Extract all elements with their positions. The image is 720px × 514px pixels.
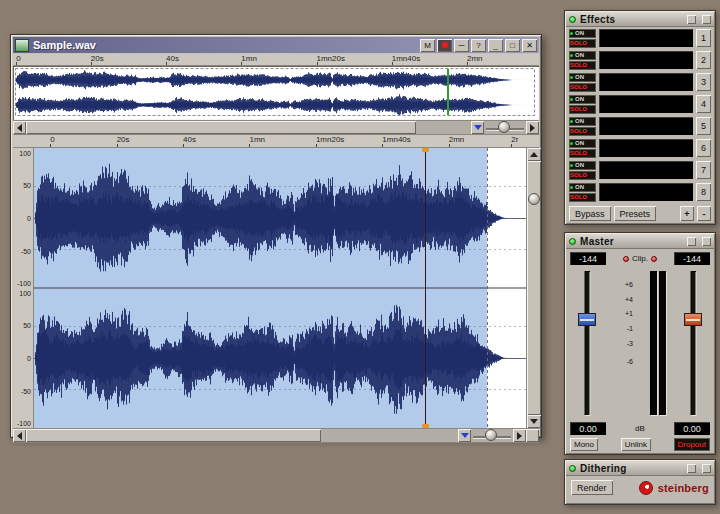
effect-on-button[interactable]: ON (569, 51, 596, 60)
effect-display[interactable] (599, 95, 693, 113)
vertical-scrollbar[interactable] (526, 148, 541, 428)
bypass-button[interactable]: Bypass (569, 206, 611, 221)
master-power-led[interactable] (569, 238, 576, 245)
timeline-ruler[interactable]: 020s40s1mn1mn20s1mn40s2mn2r (33, 135, 525, 148)
left-fader-track[interactable] (585, 271, 590, 415)
overview-waveform[interactable] (14, 67, 536, 117)
dithering-header[interactable]: Dithering (566, 461, 714, 476)
overview-zoom-knob[interactable] (498, 121, 510, 133)
ruler-tick-mark (16, 62, 17, 65)
titlebar[interactable]: Sample.wav M ─ ? _ □ ✕ (13, 37, 539, 53)
m-button[interactable]: M (420, 39, 435, 52)
effect-on-button[interactable]: ON (569, 29, 596, 38)
right-fader-track[interactable] (691, 271, 696, 415)
overview-scroll-thumb[interactable] (26, 121, 416, 134)
meter-scale-label: -3 (627, 340, 633, 347)
minimize-button[interactable]: _ (488, 39, 503, 52)
effect-display[interactable] (599, 161, 693, 179)
overview-scroll-left-button[interactable] (13, 121, 26, 134)
overview-zoom-slider[interactable] (484, 121, 526, 134)
effects-power-led[interactable] (569, 16, 576, 23)
dithering-title: Dithering (580, 463, 681, 474)
effects-collapse-button[interactable] (687, 15, 696, 24)
resize-corner[interactable] (526, 429, 539, 442)
dropout-button[interactable]: Dropout (674, 438, 710, 451)
effect-on-button[interactable]: ON (569, 183, 596, 192)
effect-display[interactable] (599, 139, 693, 157)
master-menu-button[interactable] (702, 237, 711, 246)
effect-number-button[interactable]: 6 (696, 139, 711, 157)
gain-row: 0.00 dB 0.00 (566, 419, 714, 435)
right-meter-bar (659, 271, 666, 415)
amplitude-tick-label: -50 (21, 248, 31, 255)
effect-number-button[interactable]: 7 (696, 161, 711, 179)
dithering-power-led[interactable] (569, 465, 576, 472)
master-collapse-button[interactable] (687, 237, 696, 246)
effect-solo-button[interactable]: SOLO (569, 39, 596, 48)
effect-on-button[interactable]: ON (569, 161, 596, 170)
ruler-tick-mark (316, 144, 317, 147)
effect-number-button[interactable]: 4 (696, 95, 711, 113)
horizontal-zoom-slider[interactable] (471, 429, 513, 442)
clip-label: Clip. (632, 254, 648, 263)
unlink-button[interactable]: Unlink (621, 438, 651, 451)
effect-number-button[interactable]: 3 (696, 73, 711, 91)
vertical-scroll-track[interactable] (527, 161, 541, 415)
left-clip-led[interactable] (623, 256, 629, 262)
ruler-corner (13, 135, 33, 148)
scroll-track[interactable] (416, 121, 471, 134)
effect-number-button[interactable]: 1 (696, 29, 711, 47)
overview-ruler[interactable]: 020s40s1mn1mn20s1mn40s2mn (13, 54, 539, 66)
right-fader-handle[interactable] (684, 313, 702, 326)
record-button[interactable] (437, 39, 452, 52)
effect-number-button[interactable]: 8 (696, 183, 711, 201)
scroll-track[interactable] (321, 429, 458, 442)
effects-header[interactable]: Effects (566, 12, 714, 27)
effect-display[interactable] (599, 51, 693, 69)
scroll-up-button[interactable] (527, 148, 541, 161)
overview-scroll-right-button[interactable] (526, 121, 539, 134)
add-effect-button[interactable]: + (680, 206, 694, 221)
right-clip-led[interactable] (651, 256, 657, 262)
effect-solo-button[interactable]: SOLO (569, 105, 596, 114)
scroll-down-button[interactable] (527, 415, 541, 428)
effect-display[interactable] (599, 117, 693, 135)
remove-effect-button[interactable]: - (697, 206, 711, 221)
effect-solo-button[interactable]: SOLO (569, 171, 596, 180)
scroll-right-button[interactable] (513, 429, 526, 442)
left-fader-handle[interactable] (578, 313, 596, 326)
effect-display[interactable] (599, 29, 693, 47)
effect-display[interactable] (599, 73, 693, 91)
effect-solo-button[interactable]: SOLO (569, 83, 596, 92)
effect-display[interactable] (599, 183, 693, 201)
effect-on-button[interactable]: ON (569, 139, 596, 148)
dithering-collapse-button[interactable] (687, 464, 696, 473)
effect-solo-button[interactable]: SOLO (569, 193, 596, 202)
effect-number-button[interactable]: 2 (696, 51, 711, 69)
master-header[interactable]: Master (566, 234, 714, 249)
presets-button[interactable]: Presets (614, 206, 657, 221)
main-waveform[interactable] (34, 148, 526, 428)
effect-on-button[interactable]: ON (569, 117, 596, 126)
maximize-button[interactable]: □ (505, 39, 520, 52)
dithering-menu-button[interactable] (702, 464, 711, 473)
close-button[interactable]: ✕ (522, 39, 537, 52)
effect-number-button[interactable]: 5 (696, 117, 711, 135)
zoom-out-button[interactable] (458, 429, 471, 442)
overview-zoom-out-button[interactable] (471, 121, 484, 134)
horizontal-zoom-knob[interactable] (485, 429, 497, 441)
effects-menu-button[interactable] (702, 15, 711, 24)
mono-button[interactable]: Mono (570, 438, 598, 451)
render-button[interactable]: Render (571, 480, 613, 495)
window-title: Sample.wav (31, 39, 418, 51)
effect-on-button[interactable]: ON (569, 95, 596, 104)
effect-solo-button[interactable]: SOLO (569, 149, 596, 158)
scroll-left-button[interactable] (13, 429, 26, 442)
effect-solo-button[interactable]: SOLO (569, 61, 596, 70)
horizontal-scroll-thumb[interactable] (26, 429, 321, 442)
effect-on-button[interactable]: ON (569, 73, 596, 82)
help-button[interactable]: ? (471, 39, 486, 52)
vertical-zoom-knob[interactable] (528, 193, 540, 205)
dash-button[interactable]: ─ (454, 39, 469, 52)
effect-solo-button[interactable]: SOLO (569, 127, 596, 136)
